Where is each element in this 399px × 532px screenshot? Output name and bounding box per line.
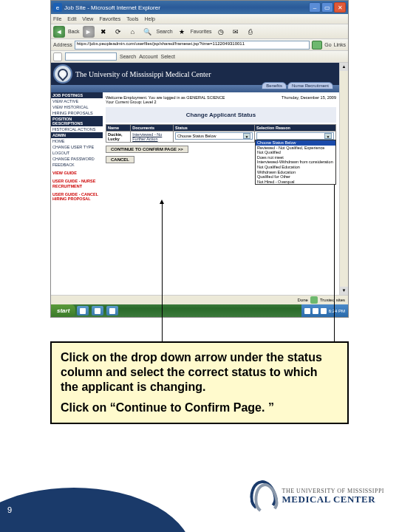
back-button[interactable]: ◄ [53,26,65,38]
dropdown-option[interactable]: Interviewed-Withdrawn from consideration [256,160,335,165]
page-viewport: The University of Mississippi Medical Ce… [51,63,339,295]
nav-change-password[interactable]: CHANGE PASSWORD [51,156,103,162]
dropdown-option[interactable]: Not Hired - Overqual [256,180,335,185]
dropdown-option[interactable]: Does not meet [256,155,335,160]
tray-icon[interactable] [304,308,310,314]
seal-logo [53,64,72,83]
zone-icon [310,296,318,304]
medical-center-mark [250,480,276,511]
taskbar-item[interactable] [92,306,103,316]
nav-feedback[interactable]: FEEDBACK [51,162,103,168]
gbar-select[interactable]: Select [160,54,174,59]
cancel-button[interactable]: CANCEL [106,156,134,163]
google-icon[interactable] [53,52,62,61]
continue-button[interactable]: CONTINUE TO CONFIRM PAGE >> [106,146,188,153]
page-heading: Change Applicant Status [106,107,336,123]
history-icon[interactable]: ◷ [215,26,227,38]
nav-logout[interactable]: LOGOUT [51,150,103,156]
system-tray[interactable]: 6:24 PM [301,304,348,317]
status-selected: Choose Status Below [177,134,216,138]
refresh-icon[interactable]: ⟳ [112,26,124,38]
dropdown-option[interactable]: Not Qualified [256,150,335,155]
taskbar-item[interactable] [106,306,118,316]
menu-edit[interactable]: Edit [67,16,76,21]
nav-historical-actions[interactable]: HISTORICAL ACTIONS [51,126,103,132]
minimize-button[interactable]: – [309,2,321,13]
print-icon[interactable]: ⎙ [245,26,256,38]
dropdown-option[interactable]: Qualified for Other [256,174,335,180]
gbar-search[interactable]: Search [120,54,136,59]
document-link[interactable]: Interviewed - No Further Action [132,132,162,141]
url-field[interactable]: https://jobs.peopleadmin.com/userfiles/j… [75,41,310,50]
maximize-button[interactable]: ▭ [321,2,333,13]
nav-header-admin: ADMIN [51,132,103,138]
menu-help[interactable]: Help [145,16,155,21]
google-search-input[interactable] [65,52,117,61]
back-label: Back [68,29,80,34]
tray-icon[interactable] [313,308,318,314]
links-label[interactable]: Links [334,42,346,47]
menu-file[interactable]: File [53,16,61,21]
nav-view-guide[interactable]: VIEW GUIDE [51,168,103,176]
taskbar-item[interactable] [77,306,89,316]
annotation-arrow [334,163,335,341]
menu-tools[interactable]: Tools [126,16,138,21]
forward-button[interactable]: ► [83,26,95,38]
col-documents: Documents [131,125,174,132]
dropdown-option[interactable]: Not Qualified Education [256,165,335,170]
applicant-name: Duckie, Lucky [106,132,131,143]
page-number: 9 [7,505,12,514]
status-zone: Trusted sites [320,298,345,302]
start-button[interactable]: start [51,304,75,317]
mail-icon[interactable]: ✉ [230,26,242,38]
stop-icon[interactable]: ✖ [98,26,109,38]
window-titlebar: e Job Site - Microsoft Internet Explorer… [51,1,348,14]
nav-view-active[interactable]: VIEW ACTIVE [51,98,103,104]
tab-benefits[interactable]: Benefits [262,82,287,89]
nav-hiring-proposals[interactable]: HIRING PROPOSALS [51,110,103,116]
search-icon[interactable]: 🔍 [142,26,154,38]
footer-logo: THE UNIVERSITY OF MISSISSIPPI MEDICAL CE… [250,480,384,511]
chevron-down-icon[interactable]: ▼ [324,133,332,139]
reason-dropdown-list[interactable]: Choose Status Below Reviewed - Not Quali… [255,140,336,185]
nav-view-historical[interactable]: VIEW HISTORICAL [51,104,103,110]
dropdown-option[interactable]: Withdrawn Education [256,170,335,175]
vertical-scrollbar[interactable] [339,63,348,295]
go-button[interactable] [312,41,322,50]
status-dropdown[interactable]: Choose Status Below ▼ [175,132,253,140]
site-title: The University of Mississippi Medical Ce… [75,70,211,78]
clock: 6:24 PM [329,309,345,313]
annotation-arrow [162,202,163,341]
table-row: Duckie, Lucky Interviewed - No Further A… [106,132,336,143]
reason-dropdown[interactable]: ▼ [256,132,334,140]
dropdown-option[interactable]: Reviewed - Not Qualified, Experience [256,146,335,151]
instruction-line-2: Click on “Continue to Confirm Page. ” [61,400,338,415]
nav-user-guide-nurse[interactable]: USER GUIDE - NURSE RECRUITMENT [51,176,103,188]
chevron-down-icon[interactable]: ▼ [243,133,250,139]
applicant-table: Name Documents Status Selection Reason D… [106,124,336,143]
main-content: Welcome Employment. You are logged in as… [103,92,339,295]
tab-nurse-recruitment[interactable]: Nurse Recruitment [287,82,333,89]
tray-icon[interactable] [321,308,327,314]
ie-icon: e [53,3,62,12]
nav-change-user-type[interactable]: CHANGE USER TYPE [51,144,103,150]
menu-favorites[interactable]: Favorites [99,16,120,21]
search-label: Search [157,29,173,34]
close-button[interactable]: ✕ [334,2,346,13]
nav-home[interactable]: HOME [51,138,103,144]
menu-view[interactable]: View [82,16,93,21]
site-banner: The University of Mississippi Medical Ce… [51,63,339,85]
favorites-icon[interactable]: ★ [176,26,188,38]
col-selection-reason: Selection Reason [255,125,336,132]
google-toolbar: Search Account Select [51,51,348,63]
arrow-head-icon [160,200,164,204]
org-line-2: MEDICAL CENTER [282,494,384,504]
home-icon[interactable]: ⌂ [127,26,139,38]
nav-user-guide-cancel[interactable]: USER GUIDE - CANCEL HIRING PROPOSAL [51,189,103,202]
dropdown-option[interactable]: Choose Status Below [256,140,335,146]
footer-curve [0,480,192,532]
group-text: Your Current Group: Level 2 [106,100,225,104]
status-bar: Done Trusted sites [51,295,348,304]
nav-header-job-postings: JOB POSTINGS [51,92,103,98]
gbar-account[interactable]: Account [139,54,157,59]
